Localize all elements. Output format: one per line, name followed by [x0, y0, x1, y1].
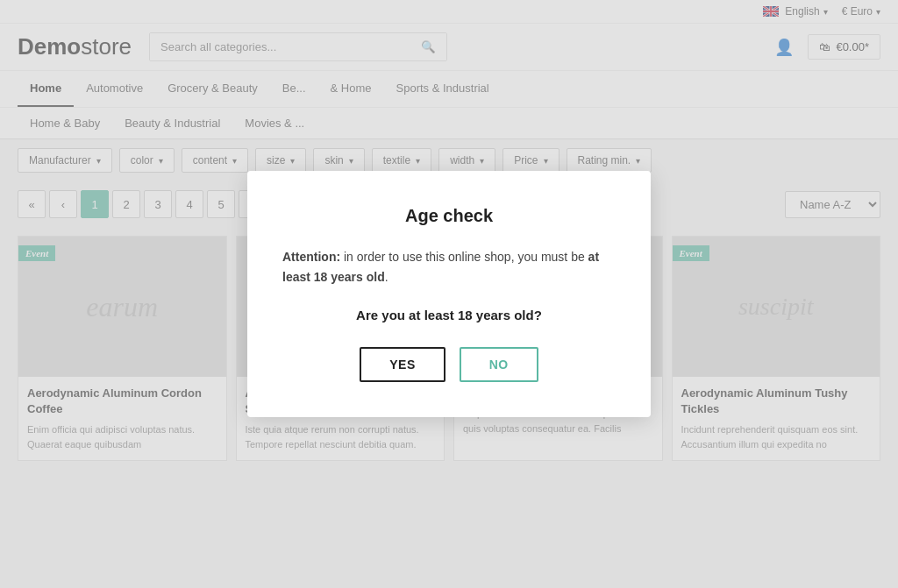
modal-overlay: Age check Attention: in order to use thi… — [0, 0, 898, 470]
modal-question: Are you at least 18 years old? — [282, 308, 616, 322]
age-no-button[interactable]: NO — [460, 347, 538, 382]
modal-attention-label: Attention: — [282, 250, 340, 264]
modal-attention-end: . — [385, 270, 388, 284]
age-yes-button[interactable]: YES — [360, 347, 445, 382]
modal-buttons: YES NO — [282, 347, 616, 382]
age-check-modal: Age check Attention: in order to use thi… — [247, 171, 651, 417]
modal-body: Attention: in order to use this online s… — [282, 247, 616, 287]
modal-attention-text: in order to use this online shop, you mu… — [340, 250, 588, 264]
modal-title: Age check — [282, 206, 616, 226]
